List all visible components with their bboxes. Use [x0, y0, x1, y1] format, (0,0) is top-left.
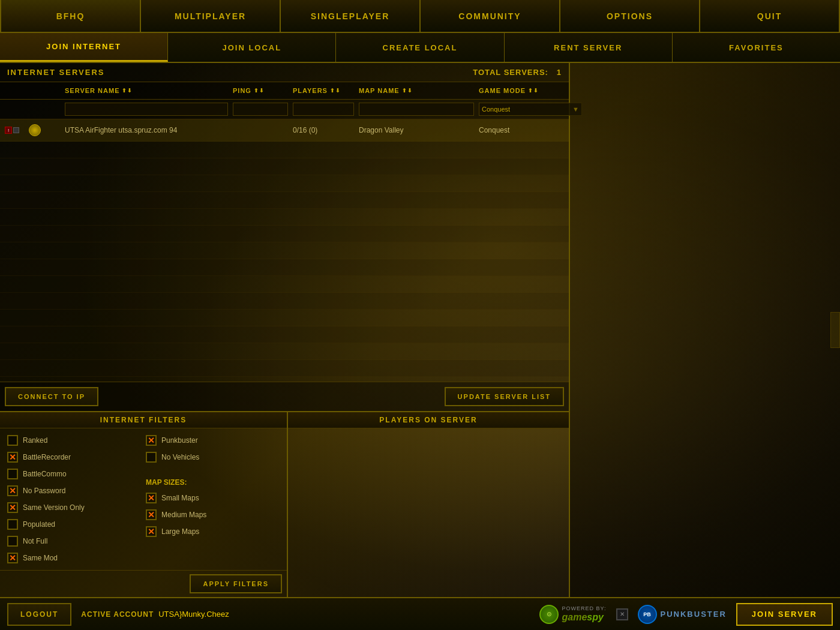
server-rows: ! UTSA AirFighter utsa.spruz.com 94 — [0, 119, 569, 382]
gamespy-icon: ⊙ — [539, 605, 559, 624]
check-x-icon: ✕ — [9, 487, 16, 495]
server-ping-cell — [230, 122, 290, 139]
lock-icon: ! — [5, 127, 12, 134]
server-name-filter[interactable] — [65, 103, 228, 116]
filter-same-mod: ✕ Same Mod — [7, 551, 141, 565]
join-server-button[interactable]: JOIN SERVER — [736, 603, 833, 626]
filter-punkbuster: ✕ Punkbuster — [146, 433, 280, 448]
empty-row — [0, 209, 569, 226]
players-filter[interactable] — [293, 103, 354, 116]
empty-row — [0, 326, 569, 343]
gamespy-logo: ⊙ POWERED BY: gamespy — [539, 605, 607, 624]
main-content: BFHQ MULTIPLAYER SINGLEPLAYER COMMUNITY … — [0, 0, 840, 630]
connect-to-ip-button[interactable]: CONNECT TO IP — [5, 387, 98, 406]
sort-players-icon: ⬆⬇ — [330, 88, 341, 94]
ranked-icon — [13, 127, 19, 133]
nav-quit[interactable]: QUIT — [700, 0, 840, 32]
populated-checkbox[interactable] — [7, 519, 18, 530]
empty-row — [0, 242, 569, 259]
empty-row — [0, 158, 569, 175]
nav-bfhq[interactable]: BFHQ — [0, 0, 141, 32]
internet-filters-panel: INTERNET FILTERS Ranked ✕ — [0, 412, 288, 597]
check-x-icon: ✕ — [148, 527, 155, 536]
sort-map-icon: ⬆⬇ — [402, 88, 413, 94]
server-name-cell: UTSA AirFighter utsa.spruz.com 94 — [62, 122, 230, 139]
second-nav: JOIN INTERNET JOIN LOCAL CREATE LOCAL RE… — [0, 33, 840, 63]
same-version-checkbox[interactable]: ✕ — [7, 502, 18, 513]
apply-btn-row: APPLY FILTERS — [0, 570, 287, 597]
powered-by-label: POWERED BY: — [562, 606, 607, 612]
filter-no-vehicles: No Vehicles — [146, 450, 280, 464]
logout-button[interactable]: LOGOUT — [7, 603, 71, 626]
left-panel: INTERNET SERVERS TOTAL SERVERS: 1 SERVER… — [0, 63, 570, 597]
no-password-checkbox[interactable]: ✕ — [7, 485, 18, 496]
nav-multiplayer[interactable]: MULTIPLAYER — [141, 0, 281, 32]
no-vehicles-checkbox[interactable] — [146, 452, 157, 463]
filter-same-version: ✕ Same Version Only — [7, 500, 141, 515]
ping-filter[interactable] — [233, 103, 288, 116]
ranked-checkbox[interactable] — [7, 435, 18, 446]
filter-large-maps: ✕ Large Maps — [146, 524, 280, 539]
filters-section: INTERNET FILTERS Ranked ✕ — [0, 411, 569, 597]
medium-maps-checkbox[interactable]: ✕ — [146, 509, 157, 520]
col-players[interactable]: PLAYERS ⬆⬇ — [290, 82, 356, 99]
server-flag-cell — [26, 122, 62, 139]
gamespy-close-button[interactable]: ✕ — [616, 608, 628, 620]
right-panel — [570, 63, 840, 597]
main-area: INTERNET SERVERS TOTAL SERVERS: 1 SERVER… — [0, 63, 840, 597]
map-filter[interactable] — [359, 103, 474, 116]
filter-battlecommo: BattleCommo — [7, 467, 141, 481]
gamespy-text-block: POWERED BY: gamespy — [562, 606, 607, 622]
filter-not-full: Not Full — [7, 534, 141, 548]
server-status-cell: ! — [2, 122, 26, 139]
filter-battlerecorder: ✕ BattleRecorder — [7, 450, 141, 464]
nav-community[interactable]: COMMUNITY — [421, 0, 560, 32]
filter-row: Conquest ▼ — [0, 100, 569, 119]
scrollbar[interactable] — [830, 312, 840, 348]
empty-row — [0, 192, 569, 209]
empty-row — [0, 310, 569, 326]
filter-map-cell — [356, 101, 476, 117]
right-panel-bg — [570, 63, 840, 597]
update-server-list-button[interactable]: UPDATE SERVER LIST — [445, 387, 564, 406]
col-game-mode[interactable]: GAME MODE ⬆⬇ — [476, 82, 584, 99]
tab-join-internet[interactable]: JOIN INTERNET — [0, 33, 168, 62]
nav-options[interactable]: OPTIONS — [560, 0, 700, 32]
small-maps-checkbox[interactable]: ✕ — [146, 493, 157, 503]
punkbuster-icon: PB — [638, 605, 657, 624]
battlecommo-checkbox[interactable] — [7, 469, 18, 479]
empty-row — [0, 343, 569, 360]
apply-filters-button[interactable]: APPLY FILTERS — [190, 574, 282, 593]
battlerecorder-checkbox[interactable]: ✕ — [7, 452, 18, 463]
server-header: INTERNET SERVERS TOTAL SERVERS: 1 — [0, 63, 569, 82]
active-account-section: ACTIVE ACCOUNT UTSA}Munky.Cheez — [81, 610, 229, 619]
sort-gamemode-icon: ⬆⬇ — [528, 88, 539, 94]
internet-servers-title: INTERNET SERVERS — [7, 68, 105, 77]
not-full-checkbox[interactable] — [7, 536, 18, 547]
gamespy-name: gamespy — [562, 612, 607, 623]
tab-create-local[interactable]: CREATE LOCAL — [336, 33, 504, 62]
tab-join-local[interactable]: JOIN LOCAL — [168, 33, 336, 62]
filter-medium-maps: ✕ Medium Maps — [146, 508, 280, 522]
sort-ping-icon: ⬆⬇ — [254, 88, 265, 94]
sort-server-name-icon: ⬆⬇ — [122, 88, 133, 94]
col-ping[interactable]: PING ⬆⬇ — [230, 82, 290, 99]
same-mod-checkbox[interactable]: ✕ — [7, 553, 18, 563]
game-mode-select[interactable]: Conquest ▼ — [479, 103, 582, 116]
tab-rent-server[interactable]: RENT SERVER — [505, 33, 673, 62]
punkbuster-logo: PB PUNKBUSTER — [638, 605, 727, 624]
col-map-name[interactable]: MAP NAME ⬆⬇ — [356, 82, 476, 99]
table-row[interactable]: ! UTSA AirFighter utsa.spruz.com 94 — [0, 119, 569, 142]
server-action-buttons: CONNECT TO IP UPDATE SERVER LIST — [0, 382, 569, 411]
tab-favorites[interactable]: FAVORITES — [673, 33, 840, 62]
punkbuster-checkbox[interactable]: ✕ — [146, 435, 157, 446]
empty-row — [0, 259, 569, 276]
filter-gamemode-cell: Conquest ▼ — [476, 101, 584, 117]
server-map-cell: Dragon Valley — [356, 122, 476, 139]
filter-name-cell — [62, 101, 230, 117]
empty-row — [0, 175, 569, 192]
filters-right-col: ✕ Punkbuster No Vehicles MAP SIZES: — [146, 433, 280, 565]
nav-singleplayer[interactable]: SINGLEPLAYER — [281, 0, 421, 32]
large-maps-checkbox[interactable]: ✕ — [146, 526, 157, 537]
col-server-name[interactable]: SERVER NAME ⬆⬇ — [62, 82, 230, 99]
